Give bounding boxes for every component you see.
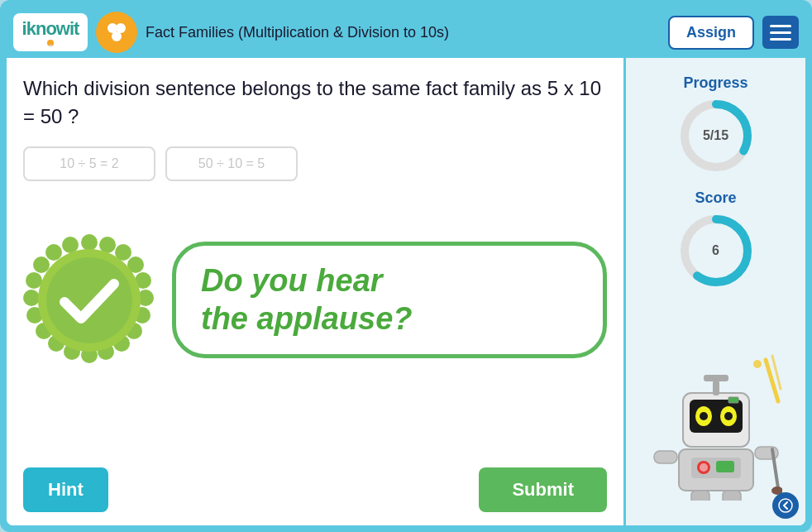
progress-value: 5/15 [703,128,728,143]
logo: iknowit [13,13,88,51]
svg-rect-41 [704,375,728,381]
svg-point-39 [724,412,733,420]
score-label: Score [695,189,736,207]
svg-point-46 [700,463,708,472]
circles-icon [104,20,129,45]
celebration-line1: Do you hear [201,262,578,300]
menu-line-1 [770,25,791,27]
svg-rect-42 [728,397,738,403]
svg-rect-52 [691,491,709,501]
score-value: 6 [712,243,719,258]
lesson-title: Fact Families (Multiplication & Division… [146,24,660,41]
score-circle: 6 [679,213,753,288]
svg-point-20 [23,290,40,306]
main-content: Which division sentence belongs to the s… [7,58,805,525]
svg-point-5 [81,234,98,251]
score-section: Score 6 [679,189,753,288]
svg-rect-47 [716,461,734,472]
back-button[interactable] [772,492,799,519]
menu-line-3 [770,38,791,41]
progress-section: Progress 5/15 [679,74,753,173]
logo-text: iknowit [22,18,79,40]
assign-button[interactable]: Assign [668,16,754,50]
menu-line-2 [770,31,791,34]
svg-point-24 [62,237,79,253]
question-text: Which division sentence belongs to the s… [23,74,607,130]
left-panel: Which division sentence belongs to the s… [7,58,623,525]
hint-button[interactable]: Hint [23,467,108,512]
celebration-overlay: Do you hear the applause? [23,132,607,467]
app-frame: iknowit Fact Families (Multiplication & … [0,0,812,532]
activity-icon [96,12,137,53]
svg-rect-53 [723,491,741,501]
robot-character [650,352,782,501]
correct-badge [23,234,155,367]
submit-button[interactable]: Submit [479,467,607,512]
celebration-bubble: Do you hear the applause? [172,242,607,358]
header: iknowit Fact Families (Multiplication & … [7,7,805,58]
svg-point-21 [26,272,42,289]
back-icon [778,498,793,513]
svg-rect-40 [713,381,719,395]
svg-point-23 [45,244,62,261]
logo-bulb-icon [42,40,59,46]
progress-label: Progress [683,74,748,92]
svg-point-26 [46,257,132,343]
progress-circle: 5/15 [679,98,753,173]
svg-point-54 [779,499,792,512]
svg-point-22 [33,256,50,273]
svg-point-33 [753,360,762,368]
menu-button[interactable] [762,16,799,49]
robot-area [626,352,805,501]
svg-point-38 [700,412,708,420]
right-panel: Progress 5/15 Score 6 [623,58,805,525]
svg-line-31 [766,360,778,401]
celebration-line2: the applause? [201,300,578,338]
svg-rect-48 [654,451,677,463]
svg-point-4 [112,31,122,41]
svg-rect-1 [49,45,52,46]
